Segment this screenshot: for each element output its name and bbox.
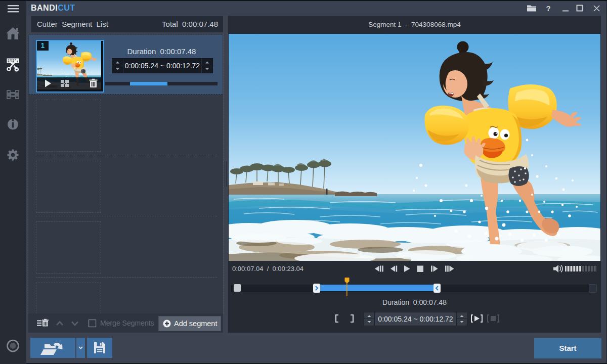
svg-text:?: ? [546, 4, 550, 13]
